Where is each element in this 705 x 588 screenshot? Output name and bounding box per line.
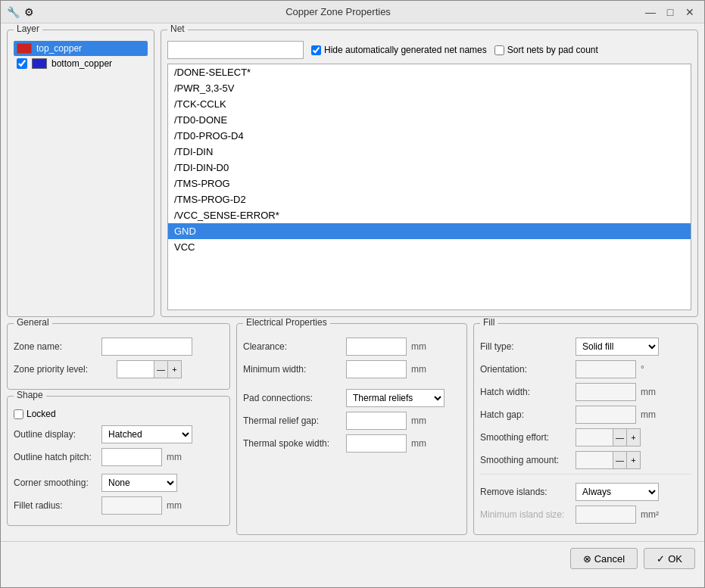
layer-name-top: top_copper [36, 43, 82, 54]
min-width-input[interactable]: 0.254 [346, 360, 407, 378]
outline-display-select[interactable]: Line Hatched Fully hatched [101, 425, 192, 443]
orientation-input[interactable]: 0 [576, 360, 636, 378]
thermal-spoke-input[interactable]: 0.508 [346, 434, 407, 453]
layer-checkbox-bottom[interactable] [17, 58, 27, 69]
remove-islands-select[interactable]: Always Never Below area limit [576, 483, 659, 501]
layer-color-top [17, 43, 32, 54]
thermal-spoke-row: Thermal spoke width: 0.508 mm [243, 434, 460, 453]
clearance-input[interactable]: 0.508 [346, 338, 407, 356]
fillet-radius-input[interactable]: 0 [101, 496, 162, 515]
smoothing-effort-decrement[interactable]: — [613, 428, 627, 446]
net-list[interactable]: /DONE-SELECT* /PWR_3,3-5V /TCK-CCLK /TD0… [167, 64, 691, 310]
smoothing-amount-decrement[interactable]: — [613, 451, 627, 469]
net-item-11[interactable]: VCC [168, 239, 691, 255]
layer-item-bottom[interactable]: bottom_copper [14, 56, 148, 71]
net-item-1[interactable]: /PWR_3,3-5V [168, 80, 691, 96]
net-item-6[interactable]: /TDI-DIN-D0 [168, 160, 691, 176]
maximize-button[interactable]: □ [662, 4, 678, 20]
net-item-3[interactable]: /TD0-DONE [168, 112, 691, 128]
zone-name-row: Zone name: [14, 338, 223, 356]
hatch-gap-unit: mm [641, 409, 656, 420]
dialog-title: Copper Zone Properties [34, 6, 642, 17]
sort-pad-label[interactable]: Sort nets by pad count [494, 45, 598, 55]
orientation-label: Orientation: [480, 364, 571, 375]
corner-smoothing-select[interactable]: None Chamfer Fillet [101, 474, 177, 492]
net-item-9[interactable]: /VCC_SENSE-ERROR* [168, 207, 691, 223]
clearance-unit: mm [411, 341, 426, 352]
close-button[interactable]: ✕ [682, 4, 698, 20]
min-width-row: Minimum width: 0.254 mm [243, 360, 460, 378]
hatch-width-row: Hatch width: 1 mm [480, 383, 691, 401]
net-item-2[interactable]: /TCK-CCLK [168, 96, 691, 112]
ok-button[interactable]: ✓ OK [644, 548, 695, 569]
sort-pad-text: Sort nets by pad count [507, 45, 598, 55]
layer-color-bottom [32, 58, 47, 69]
titlebar-controls: — □ ✕ [642, 4, 698, 20]
hide-auto-label[interactable]: Hide automatically generated net names [311, 45, 487, 55]
smoothing-amount-input[interactable]: 0.10 [576, 451, 613, 469]
net-item-10[interactable]: GND [168, 223, 691, 239]
smoothing-amount-increment[interactable]: + [627, 451, 641, 469]
zone-priority-input[interactable]: 0 [117, 360, 154, 378]
corner-smoothing-label: Corner smoothing: [14, 478, 97, 488]
smoothing-effort-row: Smoothing effort: 0 — + [480, 428, 691, 446]
fillet-radius-unit: mm [167, 500, 182, 511]
priority-increment[interactable]: + [168, 360, 182, 378]
net-header: Hide automatically generated net names S… [167, 41, 691, 59]
app-icon: 🔧 [7, 6, 20, 18]
net-item-4[interactable]: /TD0-PROG-D4 [168, 128, 691, 144]
layer-list: top_copper bottom_copper [14, 41, 148, 71]
min-island-label: Minimum island size: [480, 509, 571, 520]
zone-priority-label: Zone priority level: [14, 364, 112, 375]
outline-hatch-input[interactable]: 0.508 [101, 448, 162, 466]
zone-name-input[interactable] [101, 338, 192, 356]
fill-type-row: Fill type: Solid fill Hatched fill [480, 338, 691, 356]
thermal-gap-input[interactable]: 0.508 [346, 412, 407, 430]
layer-item-top[interactable]: top_copper [14, 41, 148, 56]
pad-conn-select[interactable]: Solid Thermal reliefs None [346, 389, 445, 407]
orientation-unit: ° [641, 364, 644, 375]
cancel-label: Cancel [594, 553, 625, 565]
hatch-gap-row: Hatch gap: 1.5 mm [480, 406, 691, 424]
min-island-input[interactable]: 10 [576, 506, 636, 524]
dialog: 🔧 ⚙ Copper Zone Properties — □ ✕ Layer t… [0, 0, 705, 588]
general-group: General Zone name: Zone priority level: … [7, 323, 230, 390]
smoothing-effort-increment[interactable]: + [627, 428, 641, 446]
shape-title: Shape [14, 390, 46, 400]
thermal-gap-unit: mm [411, 415, 426, 426]
smoothing-effort-input[interactable]: 0 [576, 428, 613, 446]
layer-group: Layer top_copper bottom_copper [7, 30, 154, 317]
net-item-7[interactable]: /TMS-PROG [168, 176, 691, 191]
net-item-0[interactable]: /DONE-SELECT* [168, 64, 691, 80]
hatch-gap-label: Hatch gap: [480, 409, 571, 420]
net-group: Net Hide automatically generated net nam… [161, 30, 698, 317]
net-item-5[interactable]: /TDI-DIN [168, 144, 691, 160]
fill-type-select[interactable]: Solid fill Hatched fill [576, 338, 659, 356]
smoothing-amount-row: Smoothing amount: 0.10 — + [480, 451, 691, 469]
ok-icon: ✓ [657, 553, 665, 565]
priority-decrement[interactable]: — [154, 360, 168, 378]
locked-label[interactable]: Locked [14, 409, 223, 419]
hatch-width-label: Hatch width: [480, 387, 571, 397]
locked-checkbox[interactable] [14, 409, 23, 419]
hide-auto-checkbox[interactable] [311, 45, 321, 55]
remove-islands-row: Remove islands: Always Never Below area … [480, 483, 691, 501]
pad-conn-row: Pad connections: Solid Thermal reliefs N… [243, 389, 460, 407]
clearance-label: Clearance: [243, 341, 342, 352]
minimize-button[interactable]: — [642, 4, 659, 20]
cancel-button[interactable]: ⊗ Cancel [570, 548, 638, 569]
hatch-gap-input[interactable]: 1.5 [576, 406, 636, 424]
smoothing-effort-spinbox: 0 — + [576, 428, 641, 446]
locked-text: Locked [27, 409, 56, 419]
sort-pad-checkbox[interactable] [494, 45, 504, 55]
smoothing-amount-spinbox: 0.10 — + [576, 451, 641, 469]
zone-priority-spinbox: 0 — + [117, 360, 182, 378]
net-search-input[interactable] [167, 41, 304, 59]
left-col: General Zone name: Zone priority level: … [7, 323, 230, 535]
net-group-title: Net [167, 23, 188, 34]
hatch-width-input[interactable]: 1 [576, 383, 636, 401]
thermal-gap-row: Thermal relief gap: 0.508 mm [243, 412, 460, 430]
net-item-8[interactable]: /TMS-PROG-D2 [168, 191, 691, 207]
outline-hatch-row: Outline hatch pitch: 0.508 mm [14, 448, 223, 466]
titlebar-left: 🔧 ⚙ [7, 6, 34, 18]
